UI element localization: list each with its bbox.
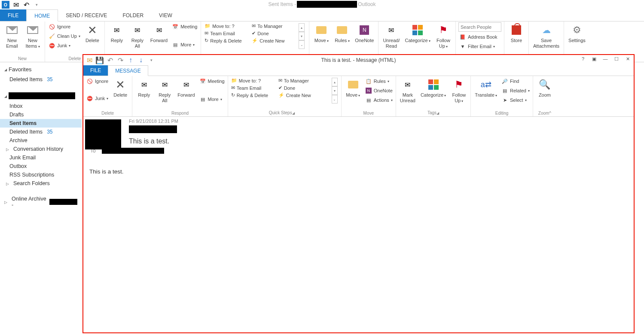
folder-outbox[interactable]: Outbox [0, 162, 82, 171]
minimize-icon[interactable]: — [600, 55, 610, 63]
search-people-input[interactable] [458, 22, 501, 32]
envelope-icon [6, 26, 18, 34]
msg-related-button[interactable]: ▤Related [501, 86, 531, 95]
msg-actions-button[interactable]: ▤Actions [364, 96, 394, 104]
address-book-button[interactable]: 📕Address Book [458, 33, 501, 41]
filter-email-button[interactable]: ▼Filter Email [458, 42, 501, 51]
msg-tab-file[interactable]: FILE [83, 65, 108, 76]
qs-reply-delete[interactable]: ↻Reply & Delete [204, 37, 251, 44]
tab-view[interactable]: VIEW [151, 9, 180, 21]
next-item-icon[interactable]: ↓ [137, 57, 144, 64]
tab-send-receive[interactable]: SEND / RECEIVE [58, 9, 115, 21]
msg-qs-to-manager[interactable]: ✉To Manager [278, 77, 325, 84]
new-items-button[interactable]: New Items [23, 22, 42, 56]
send-receive-icon[interactable]: ✉ [12, 1, 20, 9]
msg-qs-create-new[interactable]: ⚡Create New [278, 91, 325, 99]
folder-deleted-items[interactable]: Deleted Items35 [0, 128, 82, 136]
msg-forward-button[interactable]: ✉Forward [176, 77, 196, 110]
tab-folder[interactable]: FOLDER [115, 9, 151, 21]
qat-customize-icon[interactable]: ▾ [148, 57, 155, 64]
folder-drafts[interactable]: Drafts [0, 110, 82, 119]
msg-select-button[interactable]: ➤Select [501, 96, 531, 104]
folder-inbox[interactable]: Inbox [0, 102, 82, 110]
msg-zoom-button[interactable]: 🔍Zoom [535, 77, 554, 110]
folder-rss[interactable]: RSS Subscriptions [0, 171, 82, 179]
msg-reply-all-button[interactable]: ✉Reply All [155, 77, 174, 110]
msg-junk-button[interactable]: ⛔Junk [85, 94, 109, 103]
msg-qs-done[interactable]: ✔Done [278, 84, 325, 91]
chevron-down-icon [4, 94, 7, 98]
ribbon-collapse-icon[interactable]: ^ [549, 111, 551, 116]
msg-mark-unread-button[interactable]: ✉Mark Unread [398, 77, 417, 110]
msg-more-button[interactable]: ▤More [198, 95, 226, 104]
qs-down-icon[interactable]: ▾ [332, 86, 338, 95]
dialog-launcher-icon[interactable]: ◢ [436, 111, 439, 115]
redo-icon[interactable]: ↷ [117, 57, 124, 64]
delete-button[interactable]: ✕ Delete [83, 22, 102, 56]
cleanup-button[interactable]: 🧹Clean Up [48, 32, 81, 40]
msg-translate-button[interactable]: a⇄Translate [473, 77, 499, 110]
help-icon[interactable]: ? [578, 55, 588, 63]
undo-icon[interactable]: ↶ [107, 57, 113, 64]
qat-dropdown-icon[interactable]: ▾ [33, 1, 40, 9]
msg-qs-reply-delete[interactable]: ↻Reply & Delete [230, 91, 278, 99]
msg-qs-move-to[interactable]: 📁Move to: ? [230, 77, 278, 84]
chevron-right-icon [4, 200, 7, 204]
qs-to-manager[interactable]: ✉To Manager [251, 22, 298, 30]
qs-expand-icon[interactable]: ⌄ [332, 95, 338, 104]
more-respond-button[interactable]: ▤More [171, 40, 198, 49]
msg-followup-button[interactable]: ⚑Follow Up [449, 77, 468, 110]
more-icon: ▤ [172, 41, 179, 48]
folder-deleted-items-fav[interactable]: Deleted Items35 [0, 75, 82, 84]
folder-conversation-history[interactable]: Conversation History [0, 145, 82, 153]
qs-expand-icon[interactable]: ⌄ [299, 40, 305, 49]
ribbon-toggle-icon[interactable]: ▣ [589, 55, 599, 63]
msg-categorize-button[interactable]: Categorize [419, 77, 448, 110]
group-new: New Email New Items New [0, 21, 45, 62]
close-icon[interactable]: ✕ [623, 55, 633, 63]
msg-group-delete: 🚫Ignore ⛔Junk ✕Delete Delete [83, 76, 132, 116]
tab-file[interactable]: FILE [0, 9, 26, 21]
undo-icon[interactable]: ↶ [22, 1, 30, 9]
save-icon[interactable]: 💾 [96, 57, 103, 64]
previous-item-icon[interactable]: ↑ [127, 57, 134, 64]
msg-move-button[interactable]: Move [344, 77, 363, 110]
qs-done[interactable]: ✔Done [251, 30, 298, 37]
msg-rules-button[interactable]: 📋Rules [364, 77, 394, 85]
junk-button[interactable]: ⛔Junk [48, 41, 81, 50]
bolt-icon: ⚡ [252, 38, 258, 43]
msg-find-button[interactable]: 🔎Find [501, 77, 531, 85]
folder-sent-items[interactable]: Sent Items [0, 119, 82, 128]
ignore-button[interactable]: 🚫Ignore [48, 22, 81, 31]
msg-qs-team-email[interactable]: ✉Team Email [230, 84, 278, 91]
qs-move-to[interactable]: 📁Move to: ? [204, 22, 251, 30]
qs-down-icon[interactable]: ▾ [299, 32, 305, 40]
reply-all-icon: ✉ [131, 23, 144, 37]
maximize-icon[interactable]: ☐ [611, 55, 622, 63]
forward-icon: ✉ [152, 23, 166, 37]
dialog-launcher-icon[interactable]: ◢ [292, 111, 295, 115]
msg-onenote-button[interactable]: NOneNote [364, 86, 394, 95]
qs-create-new[interactable]: ⚡Create New [251, 37, 298, 44]
meeting-button[interactable]: 📅Meeting [171, 22, 198, 31]
folder-online-archive[interactable]: Online Archive - [0, 195, 82, 209]
chevron-down-icon [4, 67, 7, 72]
qs-up-icon[interactable]: ▴ [299, 23, 305, 32]
msg-tab-message[interactable]: MESSAGE [108, 65, 148, 76]
folder-archive[interactable]: Archive [0, 136, 82, 145]
msg-meeting-button[interactable]: 📅Meeting [198, 77, 226, 85]
qs-team-email[interactable]: ✉Team Email [204, 30, 251, 37]
folder-search-folders[interactable]: Search Folders [0, 179, 82, 188]
tab-home[interactable]: HOME [26, 9, 58, 21]
folder-junk-email[interactable]: Junk Email [0, 153, 82, 162]
reply-delete-icon: ↻ [204, 38, 208, 43]
msg-ignore-button[interactable]: 🚫Ignore [85, 77, 109, 85]
favorites-header[interactable]: Favorites [0, 64, 82, 75]
msg-delete-button[interactable]: ✕Delete [111, 77, 130, 110]
qs-up-icon[interactable]: ▴ [332, 78, 338, 86]
message-subject: This is a test. [129, 137, 629, 145]
mail-icon: ✉ [231, 85, 235, 91]
new-email-button[interactable]: New Email [3, 22, 21, 56]
account-header[interactable] [0, 90, 82, 102]
msg-reply-button[interactable]: ✉Reply [134, 77, 153, 110]
